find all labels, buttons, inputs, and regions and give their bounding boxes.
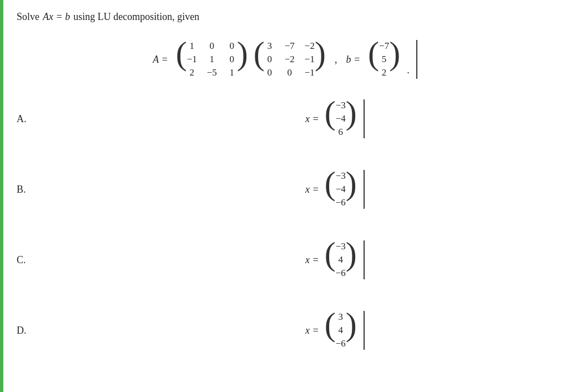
comma-separator: , [335,54,337,66]
option-C-letter: C. [17,254,50,266]
vertical-bar-main [416,40,417,79]
problem-prefix: Solve [17,11,39,23]
right-paren-D: ) [346,310,357,350]
option-A: A. x = ( −3 −4 6 ) [17,99,553,139]
option-A-vector: ( −3 −4 6 ) [325,99,357,139]
option-D-letter: D. [17,325,50,336]
vector-b-content: −7 5 2 [379,39,389,79]
option-D-x-label: x = [305,325,319,336]
left-paren-L: ( [176,39,187,79]
matrix-U: ( 3 −7 −2 0 −2 −1 0 0 −1 ) [254,39,326,79]
vector-b-row2: 5 [379,54,389,65]
matrix-L-content: 1 0 0 −1 1 0 2 −5 1 [187,39,237,79]
matrix-a-label: A = [153,54,168,66]
option-A-formula: x = ( −3 −4 6 ) [305,99,365,139]
right-paren-A: ) [346,99,357,139]
left-paren-U: ( [254,39,265,79]
left-paren-C: ( [325,240,336,280]
matrix-U-row1: 3 −7 −2 [265,41,315,52]
option-D-vector-content: 3 4 −6 [336,310,346,350]
option-B-x-label: x = [305,184,319,195]
option-C-x-label: x = [305,254,319,266]
right-paren-L: ) [237,39,248,79]
matrix-L-row1: 1 0 0 [187,41,237,52]
vertical-bar-D [364,311,365,350]
problem-statement: Solve Ax = b using LU decomposition, giv… [17,11,553,23]
option-B: B. x = ( −3 −4 −6 ) [17,169,553,209]
option-C: C. x = ( −3 4 −6 ) [17,240,553,280]
left-paren-D: ( [325,310,336,350]
vector-b-row3: 2 [379,67,389,78]
option-C-vector: ( −3 4 −6 ) [325,240,357,280]
period: . [407,64,410,79]
matrix-equation: A = ( 1 0 0 −1 1 0 2 −5 1 ) ( [17,39,553,79]
matrix-U-row2: 0 −2 −1 [265,54,315,65]
matrix-b-label: b = [346,54,360,66]
answers-container: A. x = ( −3 −4 6 ) B. x = ( −3 [17,99,553,350]
option-A-vector-content: −3 −4 6 [336,99,346,139]
vector-b-row1: −7 [379,41,389,52]
left-paren-B: ( [325,169,336,209]
matrix-U-content: 3 −7 −2 0 −2 −1 0 0 −1 [265,39,315,79]
right-paren-C: ) [346,240,357,280]
matrix-L-row3: 2 −5 1 [187,67,237,78]
option-C-formula: x = ( −3 4 −6 ) [305,240,365,280]
vertical-bar-A [364,99,365,138]
option-B-formula: x = ( −3 −4 −6 ) [305,169,365,209]
right-paren-U: ) [315,39,326,79]
option-A-letter: A. [17,113,50,125]
option-C-vector-content: −3 4 −6 [336,240,346,280]
matrix-U-row3: 0 0 −1 [265,67,315,78]
option-B-vector-content: −3 −4 −6 [336,169,346,209]
option-A-x-label: x = [305,113,319,125]
left-paren-b: ( [368,39,379,79]
option-D-formula: x = ( 3 4 −6 ) [305,310,365,350]
matrix-L-row2: −1 1 0 [187,54,237,65]
vertical-bar-B [364,170,365,209]
problem-equation: Ax = b [43,11,70,23]
option-D: D. x = ( 3 4 −6 ) [17,310,553,350]
option-D-vector: ( 3 4 −6 ) [325,310,357,350]
problem-suffix: using LU decomposition, given [73,11,199,23]
option-B-letter: B. [17,184,50,195]
right-paren-b: ) [389,39,400,79]
left-accent-bar [0,0,3,392]
right-paren-B: ) [346,169,357,209]
vertical-bar-C [364,240,365,279]
option-B-vector: ( −3 −4 −6 ) [325,169,357,209]
vector-b: ( −7 5 2 ) [368,39,400,79]
matrix-L: ( 1 0 0 −1 1 0 2 −5 1 ) [176,39,248,79]
left-paren-A: ( [325,99,336,139]
